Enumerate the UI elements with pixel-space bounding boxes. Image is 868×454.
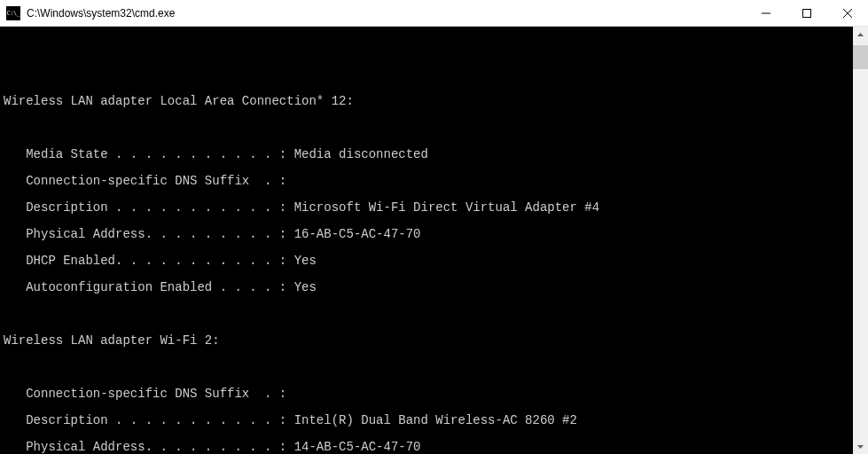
scroll-thumb[interactable] [853, 45, 868, 69]
row-label: Description . . . . . . . . . . . : [4, 413, 286, 427]
minimize-button[interactable] [746, 0, 786, 26]
row-label: Connection-specific DNS Suffix . : [4, 174, 286, 188]
row-value: 14-AB-C5-AC-47-70 [286, 440, 420, 454]
row-label: Description . . . . . . . . . . . : [4, 200, 286, 215]
output-row: Physical Address. . . . . . . . . : 14-A… [4, 441, 852, 454]
row-label: DHCP Enabled. . . . . . . . . . . : [4, 254, 286, 268]
window-controls [746, 0, 868, 26]
output-row: Autoconfiguration Enabled . . . . : Yes [4, 281, 852, 294]
window-title: C:\Windows\system32\cmd.exe [27, 7, 746, 20]
output-row: Physical Address. . . . . . . . . : 16-A… [4, 228, 852, 241]
row-value: 16-AB-C5-AC-47-70 [286, 227, 420, 241]
output-row: Media State . . . . . . . . . . . : Medi… [4, 148, 852, 161]
terminal-output: Wireless LAN adapter Local Area Connecti… [4, 55, 852, 454]
row-label: Connection-specific DNS Suffix . : [4, 387, 286, 401]
terminal-area[interactable]: Wireless LAN adapter Local Area Connecti… [0, 27, 868, 454]
svg-marker-5 [857, 445, 864, 449]
cmd-icon [6, 6, 20, 20]
output-row: Connection-specific DNS Suffix . : [4, 175, 852, 188]
adapter-header: Wireless LAN adapter Wi-Fi 2: [4, 334, 852, 348]
output-row: DHCP Enabled. . . . . . . . . . . : Yes [4, 254, 852, 268]
output-row: Description . . . . . . . . . . . : Micr… [4, 201, 852, 215]
svg-marker-4 [857, 33, 864, 36]
scroll-down-button[interactable] [853, 439, 868, 454]
close-button[interactable] [827, 0, 868, 26]
scroll-up-button[interactable] [853, 27, 868, 42]
row-label: Physical Address. . . . . . . . . : [4, 440, 286, 454]
row-label: Media State . . . . . . . . . . . : [4, 147, 286, 161]
vertical-scrollbar[interactable] [853, 27, 868, 454]
adapter-header: Wireless LAN adapter Local Area Connecti… [4, 95, 852, 108]
scroll-track[interactable] [853, 42, 868, 439]
blank-line [4, 68, 852, 82]
output-row: Connection-specific DNS Suffix . : [4, 387, 852, 401]
row-value: Yes [286, 254, 317, 268]
row-value: Intel(R) Dual Band Wireless-AC 8260 #2 [286, 413, 577, 427]
blank-line [4, 121, 852, 135]
svg-rect-1 [803, 9, 811, 17]
blank-line [4, 308, 852, 321]
row-value: Microsoft Wi-Fi Direct Virtual Adapter #… [286, 200, 599, 215]
row-label: Autoconfiguration Enabled . . . . : [4, 280, 286, 294]
row-value: Media disconnected [286, 147, 428, 161]
maximize-button[interactable] [786, 0, 827, 26]
row-value: Yes [286, 280, 317, 294]
row-label: Physical Address. . . . . . . . . : [4, 227, 286, 241]
blank-line [4, 361, 852, 374]
window-titlebar: C:\Windows\system32\cmd.exe [0, 0, 868, 27]
output-row: Description . . . . . . . . . . . : Inte… [4, 414, 852, 427]
